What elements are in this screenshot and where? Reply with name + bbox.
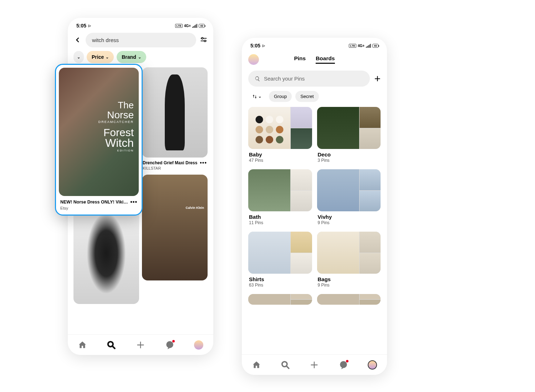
phone-boards-screen: 5:05 ▷ LTE 4G+ 40 Pins Boards Search you…: [242, 38, 387, 375]
nav-profile[interactable]: [367, 359, 378, 371]
svg-point-0: [202, 37, 203, 39]
board-filter-row: ⌄ Group Secret: [242, 91, 387, 107]
board-cover: [317, 107, 381, 149]
network-4g: 4G+: [358, 44, 365, 48]
nav-bar: [242, 354, 387, 375]
chevron-down-icon: ⌄: [258, 94, 261, 99]
search-header: witch dress: [68, 31, 213, 51]
nav-search[interactable]: [106, 339, 117, 351]
board-cover: [317, 169, 381, 211]
board-name: Vivhy: [317, 211, 381, 220]
board-bath[interactable]: Bath11 Pins: [248, 169, 312, 225]
pin-image: The Norse DREAMCATCHER Forest Witch EDIT…: [59, 68, 139, 196]
boards-grid: Baby47 PinsDeco3 PinsBath11 PinsVivhy9 P…: [242, 107, 387, 305]
sort-button[interactable]: ⌄: [248, 92, 265, 102]
board-pin-count: 47 Pins: [248, 158, 312, 163]
network-4g: 4G+: [184, 24, 191, 28]
battery-level: 40: [372, 44, 378, 48]
board-cover: [248, 169, 312, 211]
board-name: Bath: [248, 211, 312, 220]
board-baby[interactable]: Baby47 Pins: [248, 107, 312, 163]
nav-messages[interactable]: [164, 339, 175, 351]
profile-header: Pins Boards: [242, 51, 387, 66]
pin-image-overlay-text: The Norse DREAMCATCHER Forest Witch EDIT…: [98, 100, 134, 152]
chip-price[interactable]: Price⌄: [87, 51, 114, 63]
nav-home[interactable]: [77, 339, 88, 351]
chip-brand[interactable]: Brand⌄: [117, 51, 146, 63]
board-bags[interactable]: Bags9 Pins: [317, 232, 381, 288]
signal-icon: [366, 44, 371, 48]
board-name: Shirts: [248, 274, 312, 283]
chevron-down-icon: ⌄: [138, 55, 141, 60]
board-name: Bags: [317, 274, 381, 283]
svg-point-5: [340, 361, 347, 368]
pin-more-button[interactable]: •••: [200, 160, 207, 166]
nav-home[interactable]: [251, 359, 262, 371]
pin-maxi-dress[interactable]: [142, 67, 208, 158]
board-peek[interactable]: [248, 294, 312, 305]
search-icon: [255, 76, 260, 82]
pin-tulle-skirt[interactable]: [73, 203, 139, 304]
board-cover: [248, 232, 312, 274]
nav-messages[interactable]: [338, 359, 349, 371]
play-icon: ▷: [88, 24, 91, 27]
status-time: 5:05: [250, 43, 260, 48]
board-deco[interactable]: Deco3 Pins: [317, 107, 381, 163]
signal-icon: [192, 24, 197, 28]
back-button[interactable]: [73, 34, 82, 46]
chip-label: Brand: [122, 54, 136, 60]
filter-button[interactable]: [200, 36, 208, 44]
pin-shop: Etsy: [59, 206, 139, 212]
pin-shop: KILLSTAR: [142, 166, 208, 170]
status-bar: 5:05 ▷ LTE 4G+ 40: [242, 38, 387, 51]
board-cover: [317, 232, 381, 274]
board-cover: [317, 294, 381, 305]
svg-point-1: [204, 40, 206, 42]
search-pins-input[interactable]: Search your Pins: [248, 71, 370, 87]
notification-dot: [346, 360, 348, 362]
highlighted-pin-card[interactable]: The Norse DREAMCATCHER Forest Witch EDIT…: [55, 64, 143, 216]
sort-icon: [252, 94, 257, 99]
tab-pins[interactable]: Pins: [294, 55, 306, 64]
nav-create[interactable]: [135, 339, 146, 351]
chip-label: Price: [92, 54, 104, 60]
svg-point-3: [166, 341, 173, 348]
network-lte: LTE: [175, 24, 183, 28]
pin-title: NEW! Norse Dress ONLY! Viki…: [60, 200, 128, 205]
nav-profile[interactable]: [193, 339, 204, 351]
notification-dot: [172, 340, 175, 342]
board-cover: [248, 107, 312, 149]
board-pin-count: 63 Pins: [248, 283, 312, 288]
nav-bar: [68, 334, 213, 355]
board-peek[interactable]: [317, 294, 381, 305]
profile-tabs: Pins Boards: [294, 55, 335, 64]
search-input[interactable]: witch dress: [86, 33, 196, 47]
board-shirts[interactable]: Shirts63 Pins: [248, 232, 312, 288]
profile-avatar[interactable]: [248, 54, 259, 65]
boards-search-row: Search your Pins +: [242, 66, 387, 91]
nav-search[interactable]: [280, 359, 291, 371]
network-lte: LTE: [349, 44, 356, 48]
board-pin-count: 11 Pins: [248, 220, 312, 225]
create-board-button[interactable]: +: [374, 73, 381, 85]
chip-overflow[interactable]: ⌄: [73, 51, 84, 63]
filter-secret[interactable]: Secret: [295, 91, 319, 102]
board-vivhy[interactable]: Vivhy9 Pins: [317, 169, 381, 225]
board-name: Deco: [317, 149, 381, 158]
avatar-icon: [194, 340, 203, 350]
battery-level: 40: [199, 24, 205, 28]
tab-boards[interactable]: Boards: [316, 55, 335, 64]
play-icon: ▷: [263, 44, 265, 47]
filter-group[interactable]: Group: [269, 91, 292, 102]
board-pin-count: 9 Pins: [317, 220, 381, 225]
avatar-icon: [368, 360, 377, 370]
pin-calvin-klein[interactable]: [142, 175, 208, 280]
search-placeholder: Search your Pins: [264, 76, 305, 82]
chevron-down-icon: ⌄: [106, 55, 109, 60]
chevron-down-icon: ⌄: [77, 55, 80, 60]
pin-more-button[interactable]: •••: [130, 199, 137, 205]
nav-create[interactable]: [309, 359, 320, 371]
status-time: 5:05: [76, 23, 86, 29]
board-cover: [248, 294, 312, 305]
board-name: Baby: [248, 149, 312, 158]
